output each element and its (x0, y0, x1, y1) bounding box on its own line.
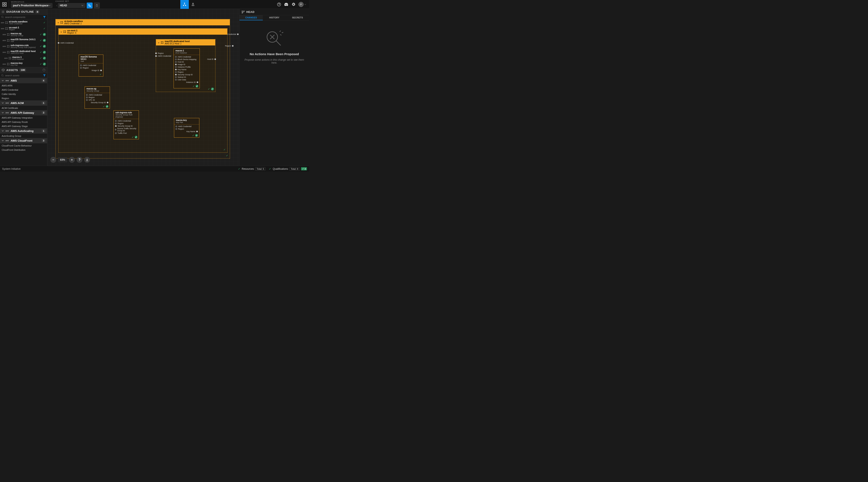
canvas[interactable]: ⌄ si-tools-sandbox AWS Credential: 1 Cre… (48, 9, 239, 166)
svg-point-4 (89, 4, 89, 5)
socket-in[interactable]: AWS Credential (86, 94, 108, 96)
status-ok-icon: ✓ (43, 45, 46, 48)
status-ok-icon: ✓ (135, 136, 137, 139)
tab-history[interactable]: HISTORY (263, 15, 286, 20)
chevron-down-icon (2, 102, 4, 104)
tree-item[interactable]: awssi-tools-sandboxAWS Credential✓ (0, 20, 47, 26)
socket-out[interactable]: Key Name (176, 130, 198, 133)
canvas-help-button[interactable]: ? (76, 157, 83, 163)
asset-item[interactable]: AWS API Gateway Route (0, 120, 47, 124)
socket-in[interactable]: AWS Credential (115, 120, 137, 122)
status-ok-icon: ✓ (131, 136, 134, 139)
tree-item[interactable]: awsssh-ingress-ruleSecurity Group Rule (… (0, 43, 47, 49)
socket-in[interactable]: AWS Credential (80, 64, 102, 67)
socket-out[interactable]: Security Group ID (86, 101, 108, 104)
asset-item[interactable]: Caller Identity (0, 92, 47, 96)
socket-in[interactable]: Image ID (175, 63, 198, 66)
socket-in[interactable]: Region (86, 96, 108, 99)
socket-out[interactable]: Instance ID (175, 81, 198, 84)
asset-item[interactable]: AWS API Gateway Stage (0, 124, 47, 128)
tree-item[interactable]: awsmacos-keyKey Pair✓✓ (0, 61, 47, 67)
view-tab-diagram[interactable] (180, 0, 189, 9)
tree-item[interactable]: awsmacOS Sonoma 14.6.1AMI✓✓ (0, 37, 47, 43)
asset-category[interactable]: awsAWS AutoScaling1 (0, 128, 47, 134)
resources-status[interactable]: ✓ Resources Total: 5 (238, 167, 266, 171)
tree-item[interactable]: awsus-east-1Region✓ (0, 26, 47, 31)
gear-icon[interactable] (291, 2, 296, 6)
socket-in[interactable]: Region (175, 71, 198, 73)
socket-in[interactable]: User Data (175, 79, 198, 81)
qualifications-status[interactable]: ✓ Qualifications Total: 8 ✓ 8 (269, 167, 307, 171)
socket-in[interactable]: VPC ID (86, 99, 108, 101)
socket-in[interactable]: Subnet ID (175, 76, 198, 79)
download-button[interactable] (84, 157, 90, 163)
filter-icon[interactable] (43, 16, 46, 19)
asset-item[interactable]: CloudFront Distribution (0, 148, 47, 152)
help-icon[interactable] (277, 2, 281, 6)
asset-category[interactable]: awsAWS ACM1 (0, 100, 47, 106)
asset-item[interactable]: ACM Certificate (0, 106, 47, 110)
app-logo[interactable] (0, 0, 9, 9)
asset-item[interactable]: Region (0, 96, 47, 100)
tree-item[interactable]: awsmacos-1EC2 Instance✓✓ (0, 55, 47, 61)
asset-item[interactable]: AWS ARN (0, 84, 47, 88)
socket-in[interactable]: Instance Profile (175, 66, 198, 68)
node-ingress[interactable]: ssh-ingress-ruleSecurity Group Rule (Ing… (114, 110, 139, 139)
socket-in[interactable]: AWS Credential (176, 125, 198, 128)
aws-badge: aws (5, 130, 9, 132)
socket-in[interactable]: Security Group ID (175, 73, 198, 76)
socket-in[interactable]: Region (80, 67, 102, 69)
frame-header[interactable]: ⌄ macOS dedicated host AWS EC2 Host: 1 (156, 39, 215, 46)
tab-secrets[interactable]: SECRETS (286, 15, 309, 20)
socket-in[interactable]: Key Name (175, 68, 198, 71)
help-icon[interactable] (42, 68, 45, 71)
assets-search-input[interactable] (5, 74, 42, 77)
workspace-select[interactable]: paul's Production Workspace (11, 3, 53, 8)
user-menu[interactable]: P (299, 2, 306, 7)
svg-point-5 (90, 6, 91, 6)
tree-item[interactable]: awsmacOS dedicated hostAWS EC2 Host✓✓ (0, 49, 47, 55)
socket-in[interactable]: Block Device Mapping (175, 58, 198, 61)
view-tab-lab[interactable] (189, 0, 197, 9)
filter-icon[interactable] (43, 74, 46, 77)
asset-item[interactable]: AutoScaling Group (0, 134, 47, 138)
node-ami[interactable]: macOS Sonoma 14.6.1AMI AWS Credential Re… (79, 55, 103, 77)
socket-out[interactable]: Image ID (80, 69, 102, 72)
asset-item[interactable]: AWS API Gateway Integration (0, 116, 47, 120)
svg-rect-6 (184, 3, 185, 4)
asset-category[interactable]: awsAWS CloudFront3 (0, 138, 47, 144)
tree-item[interactable]: awsmacos-sgSecurity Group✓✓ (0, 31, 47, 37)
socket-in[interactable]: Host ID (175, 61, 198, 63)
asset-item[interactable]: AWS Credential (0, 88, 47, 92)
asset-category[interactable]: awsAWS4 (0, 78, 47, 84)
socket-out[interactable]: Host ID (207, 58, 216, 60)
asset-item[interactable]: CloudFront Cache Behaviour (0, 144, 47, 148)
socket-in[interactable]: AWS Credential (58, 42, 74, 44)
node-key[interactable]: macos-keyKey Pair AWS Credential Region … (174, 118, 199, 138)
socket-in[interactable]: Region (176, 128, 198, 130)
tab-changes[interactable]: CHANGES (240, 15, 263, 20)
node-ec2[interactable]: macos-1EC2 Instance AWS Credential Block… (174, 49, 200, 88)
socket-in[interactable]: Traffic Port (115, 132, 137, 134)
socket-in[interactable]: Security Group ID (115, 125, 137, 127)
discord-icon[interactable] (284, 2, 288, 6)
socket-in[interactable]: Region (155, 52, 164, 55)
zoom-in-button[interactable]: + (69, 157, 75, 163)
changeset-select[interactable]: HEAD (58, 3, 85, 8)
node-sg[interactable]: macos-sgSecurity Group AWS Credential Re… (85, 87, 110, 109)
socket-in[interactable]: AWS Credential (155, 55, 171, 57)
delete-changeset-button[interactable] (94, 3, 100, 8)
socket-in[interactable]: Source Traffic Security Group ID (115, 127, 137, 132)
frame-header[interactable]: ⌄ us-east-1 Region: 5 (59, 29, 227, 35)
socket-in[interactable]: Region (115, 122, 137, 125)
socket-out[interactable]: Credential (227, 33, 239, 35)
new-changeset-button[interactable] (87, 3, 93, 8)
asset-category[interactable]: awsAWS API Gateway3 (0, 110, 47, 116)
frame-name: macOS dedicated host (165, 40, 190, 42)
outline-search-input[interactable] (5, 16, 42, 19)
zoom-out-button[interactable]: − (50, 157, 56, 163)
socket-in[interactable]: AWS Credential (175, 56, 198, 58)
aws-badge: aws (1, 22, 4, 24)
socket-out[interactable]: Region (225, 44, 234, 47)
frame-header[interactable]: ⌄ si-tools-sandbox AWS Credential: 1 (56, 19, 230, 25)
